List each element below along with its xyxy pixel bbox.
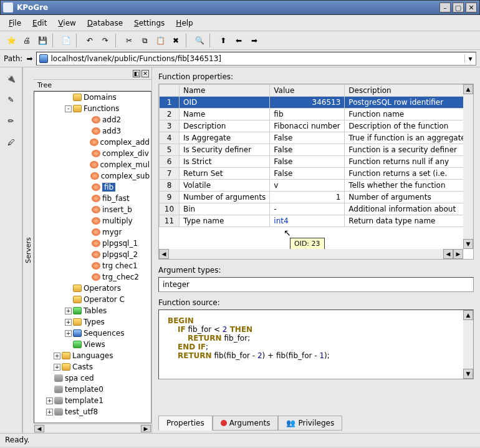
expander-icon[interactable]: +	[46, 397, 53, 404]
servers-tab[interactable]: Servers	[22, 67, 34, 433]
argtypes-value[interactable]: integer	[158, 277, 474, 292]
table-row[interactable]: 10Bin-Additional information about	[160, 203, 473, 215]
save-button[interactable]: 💾	[35, 33, 50, 48]
tree-item[interactable]: Views	[34, 339, 151, 350]
undo-button[interactable]: ↶	[82, 33, 97, 48]
tree-item[interactable]: add3	[34, 125, 151, 137]
wand-icon[interactable]: ✏	[4, 114, 19, 129]
tree-item[interactable]: plpgsql_2	[34, 249, 151, 260]
table-row[interactable]: 8VolatilevTells whether the function	[160, 180, 473, 192]
menu-help[interactable]: Help	[171, 17, 198, 29]
wand2-icon[interactable]: ✎	[4, 92, 19, 107]
scroll-up-icon[interactable]: ▲	[463, 84, 473, 94]
scroll-left-icon[interactable]: ◀	[159, 249, 169, 259]
tree-item[interactable]: +Casts	[34, 361, 151, 373]
maximize-button[interactable]: ▢	[453, 2, 464, 12]
col-name[interactable]: Name	[180, 85, 270, 97]
bookmark-button[interactable]: ⭐	[4, 33, 19, 48]
nav-up-button[interactable]: ⬆	[216, 33, 231, 48]
table-row[interactable]: 4Is AggregateFalseTrue if function is an…	[160, 132, 473, 144]
tree-item[interactable]: fib_fast	[34, 193, 151, 204]
menu-view[interactable]: View	[53, 17, 80, 29]
table-row[interactable]: 1OID346513PostgreSQL row identifier	[160, 97, 473, 109]
tree-item[interactable]: Domains	[34, 92, 151, 103]
value-cell[interactable]: int4	[270, 215, 345, 227]
copy2-button[interactable]: ⧉	[137, 33, 152, 48]
tree-item[interactable]: plpgsql_1	[34, 238, 151, 249]
delete-button[interactable]: ✖	[168, 33, 183, 48]
tree-item[interactable]: template0	[34, 384, 151, 395]
cut-button[interactable]: ✂	[122, 33, 137, 48]
nav-back-button[interactable]: ⬅	[231, 33, 246, 48]
redo-button[interactable]: ↷	[98, 33, 113, 48]
col-rownum[interactable]	[160, 85, 180, 97]
table-row[interactable]: 9Number of arguments1Number of arguments	[160, 192, 473, 203]
tree-item[interactable]: multiply	[34, 215, 151, 226]
tree-item[interactable]: trg chec1	[34, 260, 151, 271]
tree-item[interactable]: complex_mul	[34, 159, 151, 170]
search-button[interactable]: 🔍	[192, 33, 207, 48]
scroll-up-icon[interactable]: ▲	[463, 310, 473, 320]
tree-item[interactable]: +Types	[34, 316, 151, 328]
tree-item[interactable]: +template1	[34, 395, 151, 406]
plug-icon[interactable]: 🔌	[4, 71, 19, 86]
table-row[interactable]: 3DescriptionFibonacci numberDescription …	[160, 120, 473, 132]
scroll-down-icon[interactable]: ▼	[463, 239, 473, 249]
path-combo[interactable]: localhost/lvanek/public/Functions/fib[34…	[36, 52, 476, 66]
tree-item[interactable]: +Languages	[34, 350, 151, 361]
properties-table[interactable]: Name Value Description 1OID346513Postgre…	[159, 84, 473, 227]
table-row[interactable]: 11Type nameint4Return data type name	[160, 215, 473, 227]
expander-icon[interactable]: +	[54, 353, 60, 359]
properties-hscroll[interactable]: ◀ ◀ ▶	[159, 249, 463, 259]
source-vscroll[interactable]: ▲ ▼	[463, 310, 473, 379]
col-value[interactable]: Value	[270, 85, 345, 97]
scroll-left-icon[interactable]: ◀	[34, 425, 44, 432]
table-row[interactable]: 7Return SetFalseFunction returns a set (…	[160, 168, 473, 180]
tree-item[interactable]: spa ced	[34, 373, 151, 384]
tree-detach-button[interactable]: ◧	[133, 70, 140, 77]
tree-item[interactable]: complex_add	[34, 137, 151, 148]
expander-icon[interactable]: +	[65, 319, 72, 326]
tree-item[interactable]: add2	[34, 114, 151, 125]
tree-item[interactable]: Operator C	[34, 294, 151, 305]
scroll-right2-icon[interactable]: ◀	[443, 249, 453, 259]
tree-item[interactable]: complex_div	[34, 148, 151, 159]
scroll-right-icon[interactable]: ▶	[453, 249, 463, 259]
tree-item[interactable]: -Functions	[34, 103, 151, 114]
expander-icon[interactable]: +	[46, 409, 53, 416]
paste-button[interactable]: 📋	[153, 33, 168, 48]
expander-icon[interactable]: +	[65, 308, 72, 314]
tree-item[interactable]: insert_b	[34, 204, 151, 215]
tree-hscroll[interactable]: ◀ ▶	[34, 423, 151, 433]
tree-close-button[interactable]: ✕	[142, 70, 149, 77]
table-row[interactable]: 2NamefibFunction name	[160, 109, 473, 120]
tab-privileges[interactable]: 👥Privileges	[278, 416, 342, 431]
close-button[interactable]: ✕	[466, 2, 477, 12]
expander-icon[interactable]: -	[65, 105, 72, 112]
properties-vscroll[interactable]: ▲ ▼	[463, 84, 473, 249]
source-editor[interactable]: BEGIN IF fib_for < 2 THEN RETURN fib_for…	[158, 309, 474, 379]
copy-button[interactable]: 📄	[59, 33, 74, 48]
table-row[interactable]: 6Is StrictFalseFunction returns null if …	[160, 156, 473, 168]
menu-file[interactable]: File	[4, 17, 26, 29]
tree-item[interactable]: +Sequences	[34, 328, 151, 339]
menu-settings[interactable]: Settings	[129, 17, 170, 29]
minimize-button[interactable]: –	[439, 2, 451, 12]
tree-item[interactable]: trg_chec2	[34, 271, 151, 283]
pen-icon[interactable]: 🖊	[4, 135, 19, 150]
tree-item[interactable]: mygr	[34, 226, 151, 238]
tree-item[interactable]: complex_sub	[34, 170, 151, 182]
expander-icon[interactable]: +	[65, 330, 72, 337]
expander-icon[interactable]: +	[54, 364, 60, 371]
tab-properties[interactable]: Properties	[158, 416, 213, 431]
scroll-down-icon[interactable]: ▼	[463, 369, 473, 379]
menu-edit[interactable]: Edit	[27, 17, 52, 29]
col-desc[interactable]: Description	[345, 85, 473, 97]
nav-forward-button[interactable]: ➡	[247, 33, 262, 48]
menu-database[interactable]: Database	[82, 17, 128, 29]
chevron-down-icon[interactable]: ▾	[464, 54, 473, 63]
table-row[interactable]: 5Is Security definerFalseFunction is a s…	[160, 144, 473, 156]
object-tree[interactable]: Domains-Functionsadd2add3complex_addcomp…	[34, 91, 151, 423]
tree-item[interactable]: +test_utf8	[34, 406, 151, 417]
tree-item[interactable]: +Tables	[34, 305, 151, 316]
